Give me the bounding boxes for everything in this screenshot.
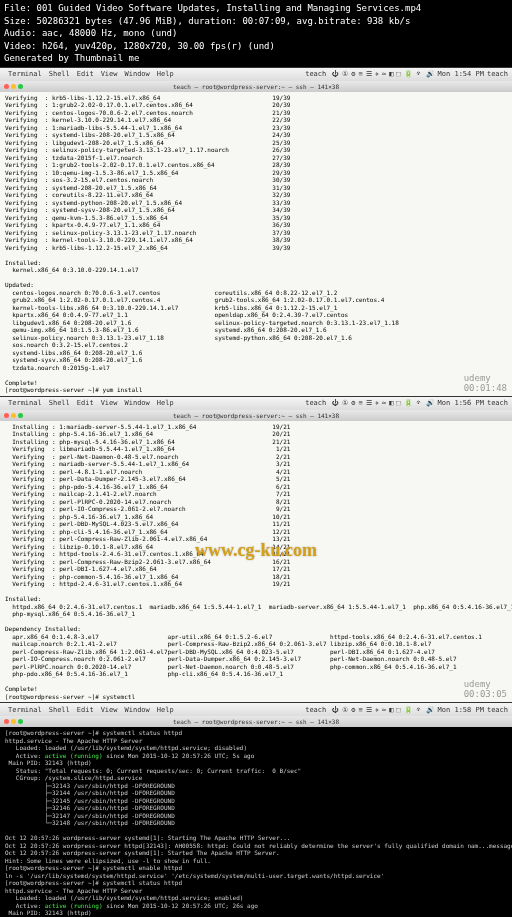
clock: Mon 1:54 PM — [438, 70, 484, 78]
meta-gen: Generated by Thumbnail me — [4, 52, 508, 65]
status-icon[interactable]: ⬚ — [396, 706, 400, 714]
status-icons: ⏻①⚙≡☰✈≈◧⬚🔋ᯤ🔊 — [329, 70, 434, 78]
menubar-items: TerminalShellEditViewWindowHelp — [8, 399, 181, 407]
status-icon[interactable]: ◧ — [389, 70, 393, 78]
terminal-output[interactable]: Installing : 1:mariadb-server-5.5.44-1.e… — [0, 421, 512, 703]
window-controls[interactable] — [4, 413, 25, 418]
status-icon[interactable]: 🔊 — [426, 706, 435, 714]
menu-terminal[interactable]: Terminal — [8, 399, 42, 407]
status-icon[interactable]: ⏻ — [332, 399, 339, 407]
window-titlebar: teach — root@wordpress-server:~ — ssh — … — [0, 410, 512, 421]
status-icon[interactable]: ✈ — [375, 70, 379, 78]
status-icon[interactable]: ① — [342, 399, 348, 407]
status-icon[interactable]: 🔋 — [404, 399, 413, 407]
menu-edit[interactable]: Edit — [77, 399, 94, 407]
status-icon[interactable]: ✈ — [375, 399, 379, 407]
status-icon[interactable]: ≡ — [358, 399, 362, 407]
terminal-output[interactable]: [root@wordpress-server ~]# systemctl sta… — [0, 727, 512, 917]
menu-window[interactable]: Window — [125, 399, 150, 407]
teach-label: teach — [305, 70, 326, 78]
menu-help[interactable]: Help — [157, 70, 174, 78]
window-titlebar: teach — root@wordpress-server:~ — ssh — … — [0, 81, 512, 92]
macos-menubar: TerminalShellEditViewWindowHelp teach ⏻①… — [0, 703, 512, 716]
menu-shell[interactable]: Shell — [49, 706, 70, 714]
status-icon[interactable]: ① — [342, 706, 348, 714]
status-icon[interactable]: ⚙ — [351, 70, 355, 78]
meta-video: Video: h264, yuv420p, 1280x720, 30.00 fp… — [4, 40, 508, 53]
terminal-output[interactable]: Verifying : krb5-libs-1.12.2-15.el7.x86_… — [0, 92, 512, 396]
clock: Mon 1:58 PM — [438, 706, 484, 714]
window-controls[interactable] — [4, 719, 25, 724]
status-icon[interactable]: ≈ — [382, 70, 386, 78]
status-icon[interactable]: ☰ — [366, 399, 372, 407]
menu-view[interactable]: View — [101, 399, 118, 407]
status-icon[interactable]: ✈ — [375, 706, 379, 714]
menu-edit[interactable]: Edit — [77, 70, 94, 78]
menubar-items: TerminalShellEditViewWindowHelp — [8, 706, 181, 714]
video-metadata: File: 001 Guided Video Software Updates,… — [0, 0, 512, 67]
menu-terminal[interactable]: Terminal — [8, 706, 42, 714]
macos-menubar: TerminalShellEditViewWindowHelp teach ⏻①… — [0, 397, 512, 410]
meta-file: File: 001 Guided Video Software Updates,… — [4, 2, 508, 15]
status-icon[interactable]: ◧ — [389, 706, 393, 714]
status-icon[interactable]: ≈ — [382, 706, 386, 714]
status-icons: ⏻①⚙≡☰✈≈◧⬚🔋ᯤ🔊 — [329, 706, 434, 714]
status-icon[interactable]: ⏻ — [332, 70, 339, 78]
window-title: teach — root@wordpress-server:~ — ssh — … — [173, 83, 339, 90]
meta-size: Size: 50286321 bytes (47.96 MiB), durati… — [4, 15, 508, 28]
menu-edit[interactable]: Edit — [77, 706, 94, 714]
status-icon[interactable]: ᯤ — [416, 399, 423, 407]
status-icon[interactable]: ⚙ — [351, 399, 355, 407]
menu-window[interactable]: Window — [125, 70, 150, 78]
macos-menubar: TerminalShellEditViewWindowHelp teach ⏻①… — [0, 68, 512, 81]
status-icon[interactable]: ≡ — [358, 70, 362, 78]
status-icon[interactable]: 🔊 — [426, 70, 435, 78]
thumbnail-pane-3: TerminalShellEditViewWindowHelp teach ⏻①… — [0, 702, 512, 917]
menubar-items: TerminalShellEditViewWindowHelp — [8, 70, 181, 78]
udemy-badge: udemy00:01:48 — [464, 373, 507, 393]
clock: Mon 1:56 PM — [438, 399, 484, 407]
menu-view[interactable]: View — [101, 706, 118, 714]
status-icon[interactable]: ≈ — [382, 399, 386, 407]
menu-window[interactable]: Window — [125, 706, 150, 714]
thumbnail-pane-2: TerminalShellEditViewWindowHelp teach ⏻①… — [0, 396, 512, 703]
status-icon[interactable]: ⚙ — [351, 706, 355, 714]
status-icon[interactable]: ⬚ — [396, 70, 400, 78]
menubar-right: teach ⏻①⚙≡☰✈≈◧⬚🔋ᯤ🔊 Mon 1:54 PM teach — [302, 70, 508, 78]
status-icon[interactable]: ☰ — [366, 70, 372, 78]
status-icon[interactable]: ≡ — [358, 706, 362, 714]
menu-shell[interactable]: Shell — [49, 70, 70, 78]
status-icons: ⏻①⚙≡☰✈≈◧⬚🔋ᯤ🔊 — [329, 399, 434, 407]
status-icon[interactable]: ⏻ — [332, 706, 339, 714]
udemy-badge: udemy00:03:05 — [464, 679, 507, 699]
status-icon[interactable]: ⬚ — [396, 399, 400, 407]
menu-terminal[interactable]: Terminal — [8, 70, 42, 78]
status-icon[interactable]: ᯤ — [416, 706, 423, 714]
menu-help[interactable]: Help — [157, 706, 174, 714]
window-controls[interactable] — [4, 84, 25, 89]
menu-view[interactable]: View — [101, 70, 118, 78]
thumbnail-pane-1: TerminalShellEditViewWindowHelp teach ⏻①… — [0, 67, 512, 396]
meta-audio: Audio: aac, 48000 Hz, mono (und) — [4, 27, 508, 40]
status-icon[interactable]: ① — [342, 70, 348, 78]
menu-shell[interactable]: Shell — [49, 399, 70, 407]
status-icon[interactable]: 🔋 — [404, 706, 413, 714]
status-icon[interactable]: ☰ — [366, 706, 372, 714]
status-icon[interactable]: ◧ — [389, 399, 393, 407]
status-icon[interactable]: 🔋 — [404, 70, 413, 78]
status-icon[interactable]: ᯤ — [416, 70, 423, 78]
window-titlebar: teach — root@wordpress-server:~ — ssh — … — [0, 716, 512, 727]
teach-label-2: teach — [487, 70, 508, 78]
watermark: www.cg-ku.com — [195, 539, 317, 560]
menu-help[interactable]: Help — [157, 399, 174, 407]
status-icon[interactable]: 🔊 — [426, 399, 435, 407]
